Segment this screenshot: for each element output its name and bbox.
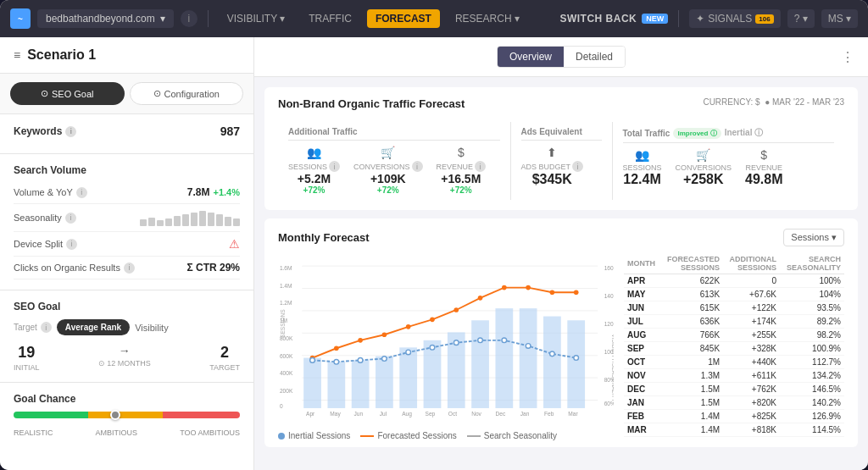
too-ambitious-label: TOO AMBITIOUS: [180, 429, 240, 437]
improved-badge: Improved ⓘ: [673, 128, 721, 139]
content-header: Overview Detailed ⋮: [254, 37, 868, 77]
forecasted-cell: 1.5M: [660, 383, 723, 396]
conversions-value: +109K: [353, 172, 423, 185]
goal-metric-row: Target i Average Rank Visibility: [14, 319, 240, 335]
seasonality-cell: 93.5%: [780, 301, 844, 315]
rev-info[interactable]: i: [475, 161, 486, 172]
nav-tab-research[interactable]: RESEARCH ▾: [447, 9, 528, 28]
user-menu[interactable]: MS ▾: [821, 9, 858, 28]
volume-yoy-row: Volume & YoY i 7.8M +1.4%: [14, 181, 240, 204]
forecasted-cell: 1M: [660, 356, 723, 369]
volume-info-icon[interactable]: i: [76, 187, 87, 198]
forecasted-cell: 636K: [660, 315, 723, 329]
svg-text:SESSIONS: SESSIONS: [280, 309, 286, 338]
more-options-icon[interactable]: ⋮: [841, 49, 854, 65]
currency-label: CURRENCY: $: [703, 97, 760, 107]
svg-text:600K: 600K: [280, 353, 293, 359]
forecasted-cell: 1.3M: [660, 369, 723, 383]
s-bar-12: [233, 218, 240, 226]
month-cell: DEC: [624, 383, 660, 396]
seasonality-cell: 126.9%: [780, 410, 844, 423]
chart-table-row: 1.6M 1.4M 1.2M 1M 800K 600K 400K 200K 0: [278, 253, 844, 437]
goal-config-tabs: ⊙ SEO Goal ⊙ Configuration: [0, 74, 253, 114]
seasonality-cell: 114.5%: [780, 423, 844, 437]
rank-arrow-icon: →: [98, 344, 151, 357]
content-body: Non-Brand Organic Traffic Forecast CURRE…: [254, 77, 868, 470]
info-icon[interactable]: i: [181, 10, 198, 27]
sidebar: ≡ Scenario 1 ⊙ SEO Goal ⊙ Configuration …: [0, 37, 254, 470]
svg-text:140%: 140%: [604, 293, 614, 299]
s-bar-5: [174, 216, 181, 226]
goal-chance-section: Goal Chance REALISTIC AMBITIOUS TOO AMBI…: [0, 383, 253, 447]
new-badge: NEW: [642, 14, 668, 24]
forecasted-cell: 766K: [660, 329, 723, 342]
hamburger-icon[interactable]: ≡: [14, 48, 20, 62]
total-traffic-title: Total Traffic Improved ⓘ Inertial ⓘ: [623, 127, 835, 143]
s-bar-3: [157, 220, 164, 226]
total-conv-icon: 🛒: [676, 148, 732, 162]
table-row: SEP 845K +328K 100.9%: [624, 342, 844, 356]
svg-rect-23: [327, 362, 345, 408]
tab-overview[interactable]: Overview: [498, 47, 564, 67]
svg-rect-25: [376, 357, 393, 408]
configuration-tab[interactable]: ⊙ Configuration: [130, 82, 244, 105]
inertial-label: Inertial ⓘ: [725, 127, 764, 139]
svg-point-40: [453, 307, 459, 312]
total-conv-value: +258K: [676, 172, 732, 187]
device-info-icon[interactable]: i: [66, 239, 77, 250]
ads-info[interactable]: i: [572, 161, 583, 172]
arrow-col: → ⊙ 12 MONTHS: [98, 344, 151, 372]
seasonality-info-icon[interactable]: i: [65, 213, 76, 224]
additional-cell: +818K: [723, 423, 780, 437]
svg-rect-24: [352, 360, 370, 408]
month-cell: APR: [624, 274, 660, 288]
logo-icon: ~: [10, 8, 31, 29]
tab-detailed[interactable]: Detailed: [564, 47, 625, 67]
additional-traffic-title: Additional Traffic: [288, 127, 500, 141]
clicks-info-icon[interactable]: i: [124, 263, 135, 274]
svg-rect-29: [471, 320, 489, 408]
device-split-row: Device Split i ⚠: [14, 232, 240, 257]
month-cell: MAR: [624, 423, 660, 437]
forecasted-cell: 613K: [660, 288, 723, 301]
svg-text:200K: 200K: [280, 388, 293, 394]
signals-button[interactable]: ✦ SIGNALS 106: [689, 9, 780, 28]
domain-text: bedbathandbeyond.com: [46, 13, 155, 25]
sessions-info[interactable]: i: [329, 161, 340, 172]
conversions-pct: +72%: [353, 185, 423, 195]
domain-selector[interactable]: bedbathandbeyond.com ▾: [37, 9, 174, 28]
seasonality-cell: 89.2%: [780, 315, 844, 329]
data-table: MONTH FORECASTEDSESSIONS ADDITIONALSESSI…: [624, 253, 844, 437]
total-sessions-metric: 👥 SESSIONS 12.4M: [623, 148, 662, 187]
month-header: MONTH: [624, 253, 660, 274]
avg-rank-button[interactable]: Average Rank: [57, 319, 130, 335]
svg-point-39: [430, 317, 435, 322]
additional-header: ADDITIONALSESSIONS: [723, 253, 780, 274]
date-range: ● MAR '22 - MAR '23: [765, 97, 844, 107]
signals-count: 106: [755, 14, 773, 24]
seo-goal-title: SEO Goal: [14, 301, 240, 312]
target-label: Target i: [14, 322, 52, 333]
svg-point-35: [334, 346, 339, 351]
conversions-metric: 🛒 CONVERSIONS i +109K +72%: [353, 146, 423, 195]
svg-rect-32: [543, 317, 561, 408]
keywords-info-icon[interactable]: i: [65, 126, 76, 137]
svg-text:Nov: Nov: [471, 411, 481, 417]
conv-info[interactable]: i: [412, 161, 423, 172]
nav-tab-traffic[interactable]: TRAFFIC: [300, 9, 360, 28]
sessions-dropdown[interactable]: Sessions ▾: [783, 229, 844, 246]
help-button[interactable]: ? ▾: [787, 9, 815, 28]
month-cell: FEB: [624, 410, 660, 423]
svg-text:1.2M: 1.2M: [280, 300, 292, 306]
svg-rect-31: [520, 308, 537, 408]
seo-goal-tab[interactable]: ⊙ SEO Goal: [10, 82, 125, 105]
target-info-icon[interactable]: i: [41, 322, 52, 333]
seo-goal-section: SEO Goal Target i Average Rank Visibilit…: [0, 290, 253, 383]
svg-text:Dec: Dec: [495, 411, 505, 417]
initial-rank-col: 19 INITIAL: [14, 344, 40, 372]
sessions-label: SESSIONS i: [288, 161, 340, 172]
nav-tab-forecast[interactable]: FORECAST: [367, 9, 440, 28]
svg-point-56: [550, 351, 555, 357]
device-split-label: Device Split i: [14, 239, 77, 250]
nav-tab-visibility[interactable]: VISIBILITY ▾: [219, 9, 293, 28]
